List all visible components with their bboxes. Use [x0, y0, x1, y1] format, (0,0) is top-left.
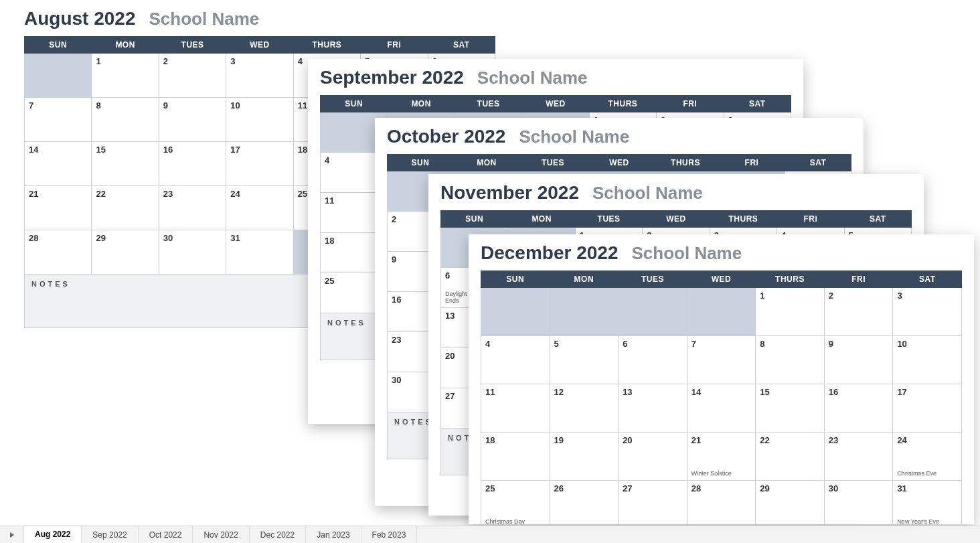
calendar-cell[interactable]: 13 — [619, 384, 687, 433]
calendar-cell[interactable]: 4 — [481, 336, 550, 384]
sheet-tab[interactable]: Sep 2022 — [82, 526, 138, 543]
calendar-cell[interactable]: 22 — [92, 186, 159, 230]
calendar-cell[interactable]: 9 — [159, 98, 226, 142]
calendar-cell[interactable]: 30 — [159, 230, 226, 275]
day-number: 27 — [445, 391, 455, 401]
day-number: 23 — [392, 335, 401, 345]
day-header: TUES — [575, 211, 642, 228]
tab-nav-next-icon[interactable] — [0, 526, 24, 543]
sheet-tab[interactable]: Dec 2022 — [250, 526, 306, 543]
day-number: 8 — [760, 339, 764, 349]
calendar-cell[interactable]: 16 — [159, 142, 226, 186]
event-label: New Year's Eve — [897, 519, 957, 524]
calendar-cell[interactable]: 3 — [226, 54, 293, 98]
sheet-tab[interactable]: Jan 2023 — [306, 526, 361, 543]
day-header: THURS — [589, 96, 656, 112]
day-number: 9 — [392, 254, 396, 264]
day-header-row: SUNMONTUESWEDTHURSFRISAT — [388, 155, 851, 171]
calendar-cell[interactable]: 8 — [756, 336, 825, 384]
day-number: 9 — [829, 339, 833, 349]
day-number: 18 — [325, 236, 334, 246]
sheet-tab[interactable]: Aug 2022 — [24, 526, 82, 543]
calendar-cell[interactable]: 1 — [756, 288, 825, 336]
calendar-cell[interactable]: 28 — [25, 230, 92, 275]
day-header: WED — [586, 155, 653, 171]
calendar-cell[interactable]: 23 — [159, 186, 226, 230]
calendar-cell[interactable]: 30 — [824, 481, 893, 525]
calendar-cell[interactable]: 15 — [92, 142, 159, 186]
sheet-tab[interactable]: Oct 2022 — [139, 526, 193, 543]
calendar-cell[interactable]: 17 — [893, 384, 962, 433]
calendar-cell[interactable]: 23 — [824, 433, 893, 481]
calendar-cell[interactable]: 21 — [25, 186, 92, 230]
calendar-cell[interactable] — [687, 288, 756, 336]
calendar-cell[interactable]: 21Winter Solstice — [687, 433, 756, 481]
calendar-cell[interactable] — [619, 288, 687, 336]
calendar-cell[interactable]: 26 — [550, 481, 619, 525]
calendar-cell[interactable]: 15 — [756, 384, 825, 433]
day-header: SAT — [724, 96, 791, 112]
day-number: 23 — [829, 435, 838, 445]
calendar-row: 45678910 — [481, 336, 962, 384]
calendar-cell[interactable]: 31New Year's Eve — [893, 481, 962, 525]
calendar-cell[interactable]: 10 — [226, 98, 293, 142]
day-number: 25 — [325, 276, 334, 286]
calendar-cell[interactable]: 22 — [756, 433, 825, 481]
day-number: 18 — [298, 145, 307, 155]
day-header: FRI — [824, 271, 893, 288]
calendar-cell[interactable]: 29 — [756, 481, 825, 525]
calendar-cell[interactable]: 5 — [550, 336, 619, 384]
calendar-cell[interactable]: 7 — [687, 336, 756, 384]
calendar-cell[interactable]: 10 — [893, 336, 962, 384]
day-header: SUN — [441, 211, 508, 228]
day-header-row: SUNMONTUESWEDTHURSFRISAT — [321, 96, 791, 112]
calendar-cell[interactable] — [481, 288, 550, 336]
event-label: Christmas Day — [485, 519, 546, 524]
calendar-cell[interactable]: 29 — [92, 230, 159, 275]
day-number: 11 — [485, 387, 495, 397]
calendar-cell[interactable]: 27 — [619, 481, 687, 525]
day-header: WED — [643, 211, 710, 228]
day-header: SAT — [428, 37, 495, 54]
calendar-cell[interactable]: 12 — [550, 384, 619, 433]
calendar-cell[interactable]: 14 — [687, 384, 756, 433]
calendar-cell[interactable]: 8 — [92, 98, 159, 142]
calendar-cell[interactable] — [550, 288, 619, 336]
calendar-cell[interactable]: 20 — [619, 433, 687, 481]
calendar-cell[interactable]: 28 — [687, 481, 756, 525]
day-number: 20 — [445, 351, 455, 361]
calendar-cell[interactable]: 11 — [481, 384, 550, 433]
calendar-cell[interactable]: 7 — [25, 98, 92, 142]
calendar-cell[interactable]: 19 — [550, 433, 619, 481]
calendar-cell[interactable]: 16 — [824, 384, 893, 433]
sheet-tab[interactable]: Nov 2022 — [193, 526, 249, 543]
sheet-tab[interactable]: Feb 2023 — [361, 526, 418, 543]
calendar-cell[interactable]: 24Christmas Eve — [893, 433, 962, 481]
calendar-cell[interactable]: 3 — [893, 288, 962, 336]
calendar-cell[interactable]: 17 — [226, 142, 293, 186]
calendar-cell[interactable]: 6 — [619, 336, 687, 384]
day-number: 11 — [298, 100, 307, 110]
day-number: 6 — [623, 339, 627, 349]
month-title: November 2022 — [440, 182, 579, 204]
day-header: MON — [92, 37, 159, 54]
calendar-cell[interactable] — [25, 54, 92, 98]
day-number: 30 — [163, 233, 173, 243]
day-number: 16 — [163, 145, 173, 155]
day-number: 12 — [554, 387, 564, 397]
day-number: 16 — [829, 387, 838, 397]
calendar-cell[interactable]: 1 — [92, 54, 159, 98]
calendar-cell[interactable]: 24 — [226, 186, 293, 230]
day-number: 30 — [829, 483, 838, 493]
event-label: Winter Solstice — [691, 471, 752, 477]
day-header: TUES — [159, 37, 226, 54]
calendar-cell[interactable]: 25Christmas Day — [481, 481, 550, 525]
calendar-cell[interactable]: 18 — [481, 433, 550, 481]
calendar-cell[interactable]: 2 — [159, 54, 226, 98]
day-header: WED — [687, 271, 756, 288]
calendar-cell[interactable]: 2 — [824, 288, 893, 336]
day-number: 5 — [554, 339, 559, 349]
calendar-cell[interactable]: 31 — [226, 230, 293, 275]
calendar-cell[interactable]: 14 — [25, 142, 92, 186]
calendar-cell[interactable]: 9 — [824, 336, 893, 384]
